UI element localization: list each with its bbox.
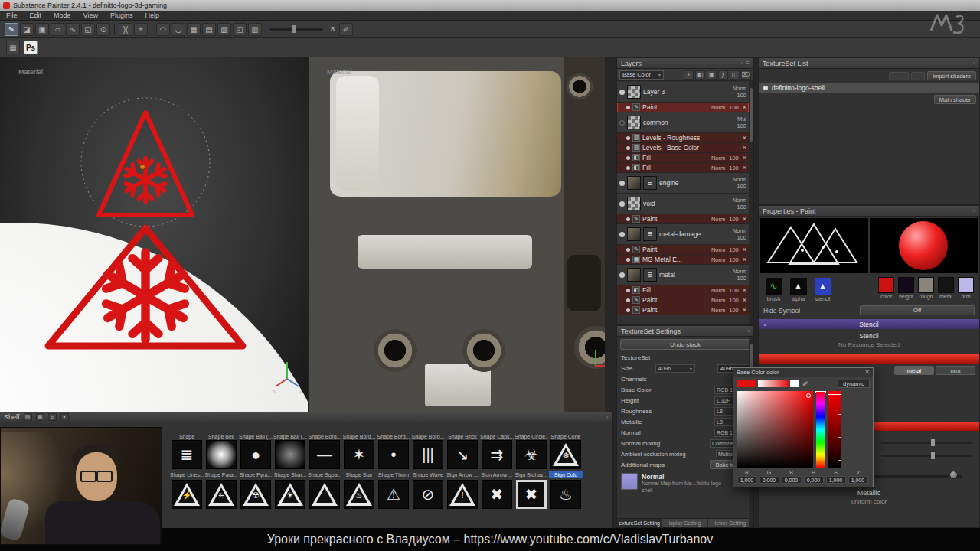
list-view-icon[interactable]: ▤	[24, 413, 32, 421]
current-color-swatch[interactable]	[737, 380, 756, 387]
menu-help[interactable]: Help	[139, 11, 165, 20]
color-picker-titlebar[interactable]: Base Color color ✕	[733, 368, 873, 377]
visibility-toggle[interactable]	[626, 258, 630, 262]
remove-effect-icon[interactable]: ×	[743, 215, 746, 223]
opacity-value[interactable]: 100	[729, 155, 739, 161]
shelf-item[interactable]: ☢	[239, 480, 273, 509]
disabled-button[interactable]	[889, 72, 909, 80]
layer-row[interactable]: Layer 3Norm100	[617, 82, 749, 103]
size-dropdown[interactable]: 4096▾	[655, 364, 695, 373]
symm-toggle-icon[interactable]: )(	[119, 23, 132, 36]
opacity-value[interactable]: 100	[729, 104, 739, 111]
undo-stack-button[interactable]: Undo stack	[620, 339, 750, 350]
visibility-toggle[interactable]	[626, 217, 630, 221]
effect-row[interactable]: ✎PaintNorm100×	[617, 305, 749, 315]
shelf-item[interactable]: •	[377, 440, 410, 469]
viewport-3d[interactable]: Material	[0, 57, 308, 412]
blend-mode[interactable]: Norm	[711, 297, 725, 304]
visibility-toggle[interactable]	[619, 201, 625, 207]
photoshop-export-button[interactable]: Ps	[24, 41, 38, 54]
picker-value-g[interactable]: 0,000	[760, 476, 779, 484]
shelf-item[interactable]: |||	[411, 440, 445, 469]
shelf-item[interactable]: ⚡	[170, 480, 204, 509]
remove-effect-icon[interactable]: ×	[743, 246, 746, 253]
opacity-value[interactable]: 100	[737, 183, 746, 190]
remove-effect-icon[interactable]: ×	[743, 103, 746, 111]
panel-menu-icon[interactable]: ≡	[746, 60, 750, 67]
visibility-dot-icon[interactable]	[763, 86, 768, 90]
shelf-item[interactable]: ↘	[446, 440, 479, 469]
stencil-section-header[interactable]: ⌄ Stencil	[759, 319, 979, 329]
base-color-bar[interactable]	[759, 354, 979, 364]
remove-effect-icon[interactable]: ×	[743, 306, 746, 314]
visibility-toggle[interactable]	[626, 136, 630, 140]
blend-mode[interactable]: Norm	[711, 104, 725, 111]
clone-tool-icon[interactable]: ◱	[81, 23, 95, 36]
delete-layer-icon[interactable]: ⌦	[741, 70, 751, 80]
blend-mode[interactable]: Norm	[733, 85, 746, 92]
opacity-value[interactable]: 100	[737, 204, 746, 210]
visibility-toggle[interactable]	[626, 308, 630, 312]
effect-row[interactable]: ◧FillNorm100×	[617, 285, 749, 295]
brush-size-value[interactable]: 8	[331, 25, 335, 33]
saturation-value-square[interactable]	[737, 391, 813, 468]
effect-row[interactable]: ✎PaintNorm100×	[617, 295, 749, 305]
picker-value-r[interactable]: 1,000	[737, 476, 757, 484]
visibility-toggle[interactable]	[619, 120, 625, 126]
blend-mode[interactable]: Norm	[733, 227, 746, 234]
blend-mode[interactable]: Norm	[733, 268, 746, 275]
opacity-value[interactable]: 100	[729, 307, 739, 314]
metallic-mode-value[interactable]: uniform color	[759, 498, 979, 505]
shelf-item[interactable]: ✖	[514, 480, 548, 509]
material-picker-tool-icon[interactable]: ⊙	[96, 23, 110, 36]
value-strip[interactable]	[828, 391, 841, 468]
shelf-item[interactable]: —	[308, 440, 341, 469]
shelf-item[interactable]: ⇉	[480, 440, 514, 469]
blend-mode[interactable]: Mul	[737, 116, 746, 122]
shelf-item[interactable]: ✶	[342, 440, 376, 469]
shelf-item[interactable]: ≋	[204, 480, 238, 509]
opacity-value[interactable]: 100	[729, 216, 739, 223]
opacity-value[interactable]: 100	[729, 287, 739, 294]
align-camera-toggle-icon[interactable]: ◠	[156, 23, 170, 36]
panel-options-icon[interactable]: ▫	[747, 328, 750, 334]
blend-mode[interactable]: Norm	[733, 176, 746, 183]
blend-mode[interactable]: Norm	[733, 197, 746, 204]
picker-value-s[interactable]: 1,000	[826, 476, 846, 484]
chevron-down-icon[interactable]: ▾	[60, 413, 69, 421]
filter-icon[interactable]: ≡	[48, 413, 57, 421]
tab-iewer-setting[interactable]: iewer Setting	[708, 519, 753, 527]
opacity-value[interactable]: 100	[737, 234, 746, 241]
tiling-toggle-icon[interactable]: ▤	[202, 23, 216, 36]
visibility-toggle[interactable]	[626, 106, 630, 109]
menu-mode[interactable]: Mode	[47, 11, 77, 20]
tool-thumb-alpha[interactable]: ▲alpha	[788, 277, 808, 302]
layer-row[interactable]: ≣metal-damageNorm100	[617, 224, 749, 245]
grid-view-icon[interactable]: ▦	[36, 413, 44, 421]
shelf-item[interactable]: ☣	[514, 440, 548, 469]
shelf-item[interactable]	[204, 440, 238, 469]
effect-row[interactable]: ▥Levels - Base Color×	[617, 143, 749, 153]
polygon-fill-tool-icon[interactable]: ▱	[51, 23, 64, 36]
add-effect-icon[interactable]: ƒ	[718, 70, 728, 80]
visibility-toggle[interactable]	[619, 181, 625, 186]
effect-row[interactable]: ◧FillNorm100×	[617, 153, 749, 163]
visibility-toggle[interactable]	[626, 146, 630, 150]
blend-mode[interactable]: Norm	[711, 307, 725, 314]
layer-row[interactable]: ≣metalNorm100	[617, 265, 749, 285]
grid-view-button[interactable]: ▦	[6, 41, 20, 54]
remove-effect-icon[interactable]: ×	[743, 286, 746, 294]
picker-value-v[interactable]: 1,000	[848, 476, 868, 484]
shelf-item[interactable]: ❄	[549, 440, 583, 469]
panel-options-icon[interactable]: ▫	[606, 414, 608, 421]
channel-filter-dropdown[interactable]: Base Color▾	[619, 70, 664, 80]
visibility-toggle[interactable]	[626, 156, 630, 160]
disabled-button[interactable]	[911, 72, 925, 80]
smudge-tool-icon[interactable]: ∿	[66, 23, 80, 36]
panel-options-icon[interactable]: ▫	[740, 60, 743, 67]
remove-effect-icon[interactable]: ×	[743, 134, 746, 142]
eyedropper-icon[interactable]: ✐	[802, 380, 808, 388]
align-tangent-toggle-icon[interactable]: ◡	[172, 23, 185, 36]
lazy-mouse-toggle-icon[interactable]: ⌖	[134, 23, 148, 36]
add-folder-icon[interactable]: ▣	[707, 70, 717, 80]
